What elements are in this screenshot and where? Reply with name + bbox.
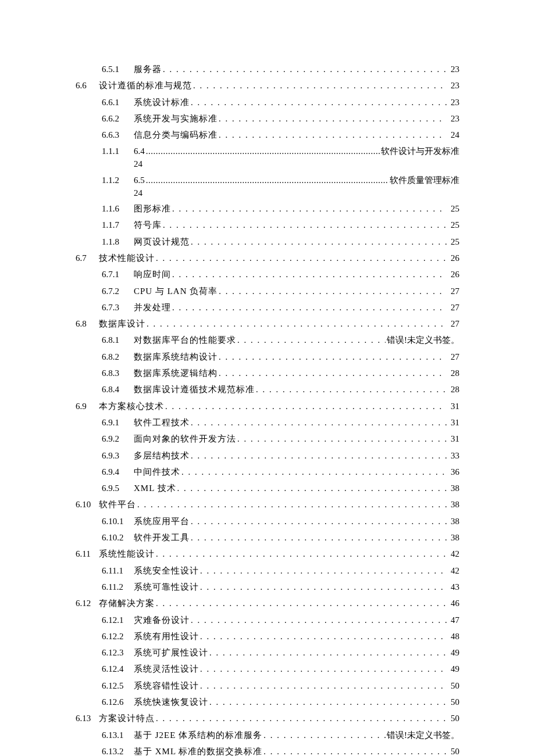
toc-leader (163, 65, 447, 74)
toc-number: 6.9.4 (102, 467, 134, 477)
toc-leader (263, 747, 447, 756)
toc-page: 46 (448, 599, 459, 608)
toc-leader (263, 730, 386, 740)
toc-leader (219, 368, 447, 378)
toc-number: 6.12 (76, 599, 99, 608)
toc-title: 系统开发与实施标准 (134, 113, 217, 124)
toc-leader (172, 270, 447, 280)
toc-title: 系统可扩展性设计 (134, 647, 208, 658)
toc-entry: 6.12.5系统容错性设计50 (76, 680, 459, 691)
toc-leader (156, 549, 447, 559)
toc-title: 数据库系统结构设计 (134, 352, 217, 363)
toc-title: 中间件技术 (134, 467, 180, 478)
toc-entry: 6.11.1系统安全性设计42 (76, 565, 459, 576)
toc-number: 1.1.7 (102, 220, 134, 230)
toc-page: 26 (448, 253, 459, 263)
toc-leader (200, 632, 447, 642)
toc-leader (163, 220, 447, 230)
toc-title: 基于 XML 标准的数据交换标准 (134, 746, 262, 756)
toc-leader (191, 418, 447, 428)
toc-number: 6.10.1 (102, 517, 134, 526)
toc-entry: 6.7技术性能设计26 (76, 253, 459, 264)
toc-entry: 6.10.2软件开发工具38 (76, 532, 459, 543)
toc-suffix: 软件质量管理标准 (390, 175, 459, 186)
toc-page: 49 (448, 648, 459, 658)
toc-page: 38 (448, 500, 459, 510)
toc-leader (165, 402, 447, 411)
toc-title: 响应时间 (134, 269, 171, 280)
toc-number: 6.12.5 (102, 681, 134, 691)
toc-leader (237, 434, 447, 444)
toc-title: 方案设计特点 (99, 713, 155, 724)
toc-title: 技术性能设计 (99, 253, 155, 264)
toc-number: 6.6.3 (102, 130, 134, 140)
toc-number: 6.7 (76, 253, 99, 263)
toc-page: 25 (448, 220, 459, 230)
toc-number: 6.7.3 (102, 303, 134, 313)
toc-title: 基于 J2EE 体系结构的标准服务 (134, 730, 262, 741)
toc-leader (147, 319, 447, 329)
toc-page: 24 (448, 130, 459, 140)
toc-leader (191, 517, 447, 526)
toc-page: 25 (448, 237, 459, 247)
toc-leader (191, 98, 447, 108)
toc-page: 50 (448, 714, 459, 723)
toc-title: CPU 与 LAN 负荷率 (134, 286, 217, 297)
toc-entry: 1.1.7符号库25 (76, 220, 459, 231)
toc-title: 系统可靠性设计 (134, 582, 199, 593)
toc-number: 6.11.1 (102, 566, 134, 576)
toc-title: 系统快速恢复设计 (134, 697, 208, 708)
toc-entry: 6.8.1对数据库平台的性能要求错误!未定义书签。 (76, 335, 459, 346)
toc-entry: 6.8数据库设计27 (76, 318, 459, 329)
toc-page: 错误!未定义书签。 (387, 335, 459, 346)
toc-page: 49 (448, 664, 459, 674)
toc-leader (200, 582, 447, 592)
toc-page: 50 (448, 747, 459, 756)
toc-leader (209, 648, 447, 658)
toc-entry: 6.12.6系统快速恢复设计50 (76, 697, 459, 708)
toc-number: 6.5.1 (102, 65, 134, 74)
toc-leader (219, 286, 447, 296)
toc-leader (156, 599, 447, 608)
toc-number: 1.1.8 (102, 237, 134, 247)
toc-page: 42 (448, 549, 459, 559)
toc-entry: 6.9.5XML 技术38 (76, 483, 459, 494)
toc-entry: 6.9.3多层结构技术33 (76, 450, 459, 461)
toc-leader (219, 114, 447, 124)
toc-title: 数据库系统逻辑结构 (134, 368, 217, 379)
toc-page: 26 (448, 270, 459, 280)
toc-number: 6.8.3 (102, 368, 134, 378)
toc-title: 并发处理 (134, 302, 171, 313)
toc-title: 系统应用平台 (134, 516, 190, 527)
toc-number: 6.10.2 (102, 533, 134, 543)
toc-leader (200, 566, 447, 576)
toc-leader (156, 253, 447, 263)
toc-number: 6.6.2 (102, 114, 134, 124)
toc-suffix: 软件设计与开发标准 (381, 146, 459, 157)
toc-entry: 6.9.1软件工程技术31 (76, 417, 459, 428)
toc-page: 23 (448, 65, 459, 74)
toc-leader (181, 467, 447, 477)
toc-number: 6.12.2 (102, 632, 134, 642)
toc-entry: 6.6.2系统开发与实施标准23 (76, 113, 459, 124)
toc-title: 软件开发工具 (134, 532, 190, 543)
toc-number: 6.12.3 (102, 648, 134, 658)
toc-entry: 6.8.2数据库系统结构设计27 (76, 352, 459, 363)
toc-number: 6.13.2 (102, 747, 134, 756)
toc-number: 6.11.2 (102, 582, 134, 592)
toc-entry: 6.11系统性能设计42 (76, 549, 459, 560)
toc-page: 27 (448, 286, 459, 296)
toc-page: 错误!未定义书签。 (387, 730, 459, 741)
toc-number: 6.12.1 (102, 615, 134, 625)
toc-entry: 6.12.1灾难备份设计47 (76, 615, 459, 626)
toc-title: 系统安全性设计 (134, 565, 199, 576)
toc-leader (200, 681, 447, 691)
toc-number: 6.8.4 (102, 385, 134, 395)
toc-page: 27 (448, 352, 459, 362)
toc-page: 48 (448, 632, 459, 642)
toc-entry: 6.6.3信息分类与编码标准24 (76, 130, 459, 141)
toc-page: 24 (102, 159, 459, 169)
toc-leader (156, 714, 447, 723)
toc-page: 38 (448, 517, 459, 526)
toc-entry: 6.13方案设计特点50 (76, 713, 459, 724)
